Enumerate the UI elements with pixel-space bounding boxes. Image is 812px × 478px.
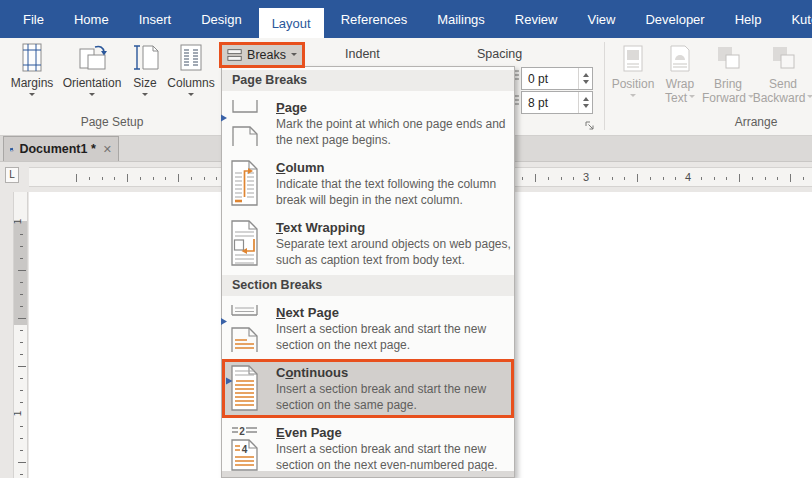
document-tab[interactable]: W Document1 * ✕	[3, 136, 119, 161]
spin-down-icon[interactable]	[583, 80, 589, 87]
ruler-tick	[204, 177, 205, 180]
ruler-tick	[20, 390, 23, 391]
ruler-number: 3	[583, 171, 589, 183]
ruler-tick	[739, 174, 740, 182]
size-icon	[130, 42, 160, 74]
tab-kutools[interactable]: Kutools ™	[778, 0, 812, 38]
ruler-tick	[650, 177, 651, 180]
menu-item-continuous[interactable]: Continuous Insert a section break and st…	[222, 359, 514, 418]
spacing-label: Spacing	[477, 47, 522, 61]
columns-button[interactable]: Columns	[164, 42, 218, 99]
menu-item-column[interactable]: Column Indicate that the text following …	[222, 154, 514, 213]
margins-button[interactable]: Margins	[4, 42, 60, 99]
spacing-after-value[interactable]: 8 pt	[522, 96, 578, 110]
arrange-group-label: Arrange	[700, 115, 812, 129]
ruler-tick	[752, 177, 753, 180]
spacing-before-value[interactable]: 0 pt	[522, 72, 578, 86]
ruler-tick	[127, 174, 128, 182]
close-icon[interactable]: ✕	[103, 143, 112, 156]
tab-mailings[interactable]: Mailings	[424, 0, 498, 38]
continuous-break-icon	[218, 364, 262, 412]
menu-item-title: Continuous	[276, 365, 516, 380]
ruler-tick	[535, 174, 536, 182]
margins-label: Margins	[4, 76, 60, 90]
spin-down-icon[interactable]	[583, 104, 589, 111]
ruler-tick	[701, 177, 702, 180]
size-label: Size	[124, 76, 166, 90]
ruler-tick	[153, 177, 154, 180]
breaks-button[interactable]: Breaks	[219, 42, 305, 68]
send-backward-icon	[769, 44, 797, 74]
chevron-down-icon	[188, 93, 194, 99]
ruler-tick	[561, 177, 562, 180]
chevron-down-icon	[89, 93, 95, 99]
chevron-down-icon	[689, 95, 695, 101]
menu-item-description: Indicate that the text following the col…	[276, 177, 516, 208]
ruler-tick	[20, 330, 23, 331]
ruler-tick	[140, 177, 141, 180]
ruler-tick	[20, 234, 23, 235]
ruler-tick	[178, 174, 179, 182]
ruler-tick	[20, 306, 23, 307]
paragraph-dialog-launcher[interactable]	[584, 120, 596, 132]
tab-layout[interactable]: Layout	[259, 8, 324, 38]
ruler-tick	[522, 177, 523, 180]
menu-item-next-page[interactable]: Next Page Insert a section break and sta…	[222, 299, 514, 358]
ruler-tick	[18, 366, 26, 367]
menu-bottom-edge	[222, 471, 514, 477]
menu-item-page[interactable]: Page Mark the point at which one page en…	[222, 94, 514, 153]
spacing-after-field[interactable]: 8 pt	[521, 91, 593, 114]
send-backward-label-2: Backward	[753, 91, 806, 105]
menu-section-header-page-breaks: Page Breaks	[222, 70, 514, 91]
chevron-down-icon	[29, 93, 35, 99]
spacing-before-field[interactable]: 0 pt	[521, 67, 593, 90]
ruler-tick	[18, 270, 26, 271]
tab-insert[interactable]: Insert	[126, 0, 185, 38]
ruler-tick	[191, 177, 192, 180]
position-icon	[619, 44, 647, 74]
bring-forward-label-2: Forward	[702, 91, 746, 105]
tab-view[interactable]: View	[574, 0, 628, 38]
tab-stop-selector[interactable]: L	[5, 167, 19, 183]
tab-references[interactable]: References	[328, 0, 420, 38]
text-wrapping-icon	[218, 219, 262, 267]
vertical-ruler-margin-block	[14, 221, 28, 325]
spacing-before-spinner[interactable]	[578, 68, 592, 89]
menu-item-description: Insert a section break and start the new…	[276, 382, 516, 413]
ruler-tick	[76, 174, 77, 182]
ruler-tick	[714, 177, 715, 180]
word-file-icon: W	[10, 141, 14, 158]
ruler-tick	[102, 177, 103, 180]
ruler-tick	[20, 294, 23, 295]
ruler-tick	[20, 438, 23, 439]
tab-design[interactable]: Design	[188, 0, 254, 38]
send-backward-button: Send Backward	[754, 44, 812, 105]
spin-up-icon[interactable]	[583, 94, 589, 101]
ruler-tick	[20, 426, 23, 427]
spin-up-icon[interactable]	[583, 70, 589, 77]
ruler-tick	[20, 378, 23, 379]
menu-item-even-page[interactable]: 2 4 Even Page Insert a section break and…	[222, 419, 514, 478]
tab-developer[interactable]: Developer	[632, 0, 717, 38]
bring-forward-button: Bring Forward	[702, 44, 754, 105]
menu-item-title: Next Page	[276, 305, 516, 320]
ruler-tick	[20, 450, 23, 451]
wrap-text-icon	[666, 44, 694, 74]
tab-file[interactable]: File	[10, 0, 57, 38]
spacing-after-spinner[interactable]	[578, 92, 592, 113]
orientation-button[interactable]: Orientation	[60, 42, 124, 99]
position-label: Position	[610, 77, 656, 91]
vertical-ruler[interactable]: 11	[13, 192, 28, 478]
tab-help[interactable]: Help	[722, 0, 775, 38]
tab-review[interactable]: Review	[502, 0, 571, 38]
ribbon-tab-bar: File Home Insert Design Layout Reference…	[0, 0, 812, 38]
ruler-tick	[624, 177, 625, 180]
size-button[interactable]: Size	[124, 42, 166, 99]
menu-item-text-wrapping[interactable]: Text Wrapping Separate text around objec…	[222, 214, 514, 273]
ruler-tick	[18, 318, 26, 319]
even-page-break-icon: 2 4	[218, 424, 262, 472]
ruler-number: 1	[13, 411, 23, 417]
ruler-tick	[663, 177, 664, 180]
ruler-number: 1	[13, 219, 23, 225]
tab-home[interactable]: Home	[61, 0, 122, 38]
